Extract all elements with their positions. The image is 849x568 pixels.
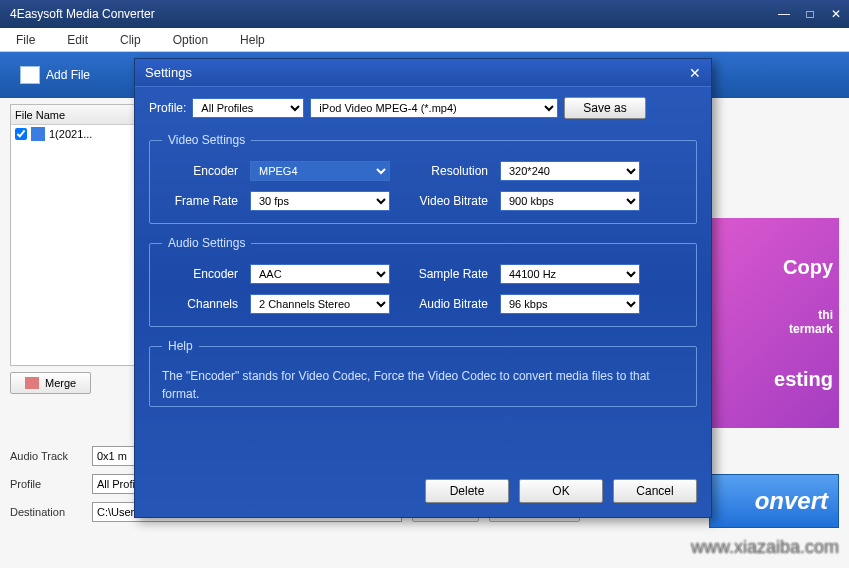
audio-settings-fieldset: Audio Settings Encoder AAC Sample Rate 4… bbox=[149, 236, 697, 327]
audio-encoder-select[interactable]: AAC bbox=[250, 264, 390, 284]
frame-rate-label: Frame Rate bbox=[162, 194, 238, 208]
video-legend: Video Settings bbox=[162, 133, 251, 147]
frame-rate-select[interactable]: 30 fps bbox=[250, 191, 390, 211]
ok-button[interactable]: OK bbox=[519, 479, 603, 503]
video-settings-fieldset: Video Settings Encoder MPEG4 Resolution … bbox=[149, 133, 697, 224]
help-text: The "Encoder" stands for Video Codec, Fo… bbox=[162, 367, 684, 403]
channels-label: Channels bbox=[162, 297, 238, 311]
profile-filter-select[interactable]: All Profiles bbox=[192, 98, 304, 118]
resolution-label: Resolution bbox=[402, 164, 488, 178]
dialog-title: Settings bbox=[145, 65, 689, 80]
audio-bitrate-select[interactable]: 96 kbps bbox=[500, 294, 640, 314]
resolution-select[interactable]: 320*240 bbox=[500, 161, 640, 181]
modal-overlay: Settings ✕ Profile: All Profiles iPod Vi… bbox=[0, 0, 849, 568]
video-encoder-label: Encoder bbox=[162, 164, 238, 178]
sample-rate-label: Sample Rate bbox=[402, 267, 488, 281]
save-as-button[interactable]: Save as bbox=[564, 97, 645, 119]
settings-dialog: Settings ✕ Profile: All Profiles iPod Vi… bbox=[134, 58, 712, 518]
audio-encoder-label: Encoder bbox=[162, 267, 238, 281]
dialog-close-button[interactable]: ✕ bbox=[689, 65, 701, 81]
audio-legend: Audio Settings bbox=[162, 236, 251, 250]
dialog-titlebar: Settings ✕ bbox=[135, 59, 711, 87]
help-legend: Help bbox=[162, 339, 199, 353]
profile-select[interactable]: iPod Video MPEG-4 (*.mp4) bbox=[310, 98, 558, 118]
dlg-profile-label: Profile: bbox=[149, 101, 186, 115]
video-encoder-select[interactable]: MPEG4 bbox=[250, 161, 390, 181]
audio-bitrate-label: Audio Bitrate bbox=[402, 297, 488, 311]
delete-button[interactable]: Delete bbox=[425, 479, 509, 503]
channels-select[interactable]: 2 Channels Stereo bbox=[250, 294, 390, 314]
cancel-button[interactable]: Cancel bbox=[613, 479, 697, 503]
help-fieldset: Help The "Encoder" stands for Video Code… bbox=[149, 339, 697, 407]
sample-rate-select[interactable]: 44100 Hz bbox=[500, 264, 640, 284]
video-bitrate-label: Video Bitrate bbox=[402, 194, 488, 208]
video-bitrate-select[interactable]: 900 kbps bbox=[500, 191, 640, 211]
